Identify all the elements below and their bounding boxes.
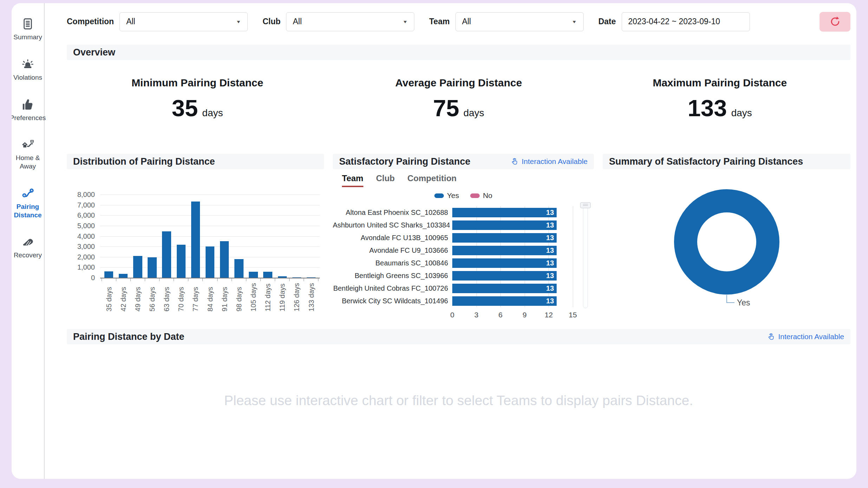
club-select[interactable]: All ▼ [286, 12, 414, 31]
distribution-bar[interactable] [191, 202, 200, 278]
y-tick-label: 6,000 [67, 211, 95, 219]
sidebar-item-label: Recovery [14, 251, 42, 259]
satisfactory-bar[interactable]: 13 [452, 258, 557, 268]
bar-value-label: 13 [546, 272, 554, 280]
bar-value-label: 13 [546, 234, 554, 242]
chevron-down-icon: ▼ [572, 19, 577, 24]
distribution-bar[interactable] [234, 259, 244, 278]
distribution-bar[interactable] [177, 245, 186, 278]
app-window: Summary Violations Preferences Home & Aw… [12, 3, 856, 479]
x-tick-label: 112 days [264, 283, 272, 311]
satisfactory-bar[interactable]: 13 [452, 233, 557, 243]
scrollbar-thumb[interactable] [580, 202, 591, 208]
distribution-bar[interactable] [263, 272, 272, 278]
summary-panel: Summary of Satisfactory Pairing Distance… [603, 154, 850, 316]
legend-swatch-yes [434, 193, 444, 198]
date-range-input[interactable]: 2023-04-22 ~ 2023-09-10 [622, 12, 750, 31]
satisfactory-bar[interactable]: 13 [452, 220, 557, 230]
metric-unit: days [202, 107, 223, 118]
x-tick-label: 15 [569, 311, 577, 319]
y-tick-label: 2,000 [67, 253, 95, 261]
x-tick-label: 126 days [293, 283, 300, 311]
tab-team[interactable]: Team [342, 173, 363, 187]
distribution-bar[interactable] [206, 246, 215, 278]
y-tick-label: 1,000 [67, 263, 95, 271]
gridline [573, 206, 573, 307]
metric-average-pairing-distance: Average Pairing Distance 75days [328, 77, 589, 121]
distribution-title: Distribution of Pairing Distance [73, 156, 215, 167]
filter-bar: Competition All ▼ Club All ▼ Team [67, 3, 850, 40]
chevron-down-icon: ▼ [236, 19, 241, 24]
team-row: Beaumaris SC_10084613 [333, 257, 573, 269]
satisfactory-bar[interactable]: 13 [452, 284, 557, 293]
team-name-label: Avondale FC U13B_100965 [333, 234, 452, 242]
satisfactory-bar[interactable]: 13 [452, 296, 557, 306]
sidebar-item-summary[interactable]: Summary [12, 17, 44, 41]
by-date-title: Pairing Distance by Date [73, 331, 184, 342]
document-icon [21, 17, 34, 31]
interaction-available-link[interactable]: Interaction Available [767, 332, 844, 341]
legend-swatch-no [470, 193, 480, 198]
satisfactory-legend: Yes No [333, 191, 594, 200]
satisfactory-bar[interactable]: 13 [452, 246, 557, 255]
chevron-down-icon: ▼ [402, 19, 408, 24]
legend-item-no[interactable]: No [470, 191, 492, 200]
distribution-bar[interactable] [104, 271, 114, 278]
distribution-bar[interactable] [148, 257, 157, 278]
svg-text:B: B [23, 194, 25, 197]
scrollbar-track[interactable] [583, 204, 588, 308]
tab-competition[interactable]: Competition [407, 173, 456, 187]
legend-item-yes[interactable]: Yes [434, 191, 459, 200]
tab-club[interactable]: Club [376, 173, 395, 187]
sidebar-item-home-away[interactable]: Home & Away [12, 137, 44, 171]
distribution-bar[interactable] [278, 276, 287, 278]
distribution-x-labels: 35 days42 days49 days56 days63 days70 da… [100, 283, 320, 311]
metric-title: Minimum Pairing Distance [67, 77, 328, 89]
metric-value: 75 [433, 95, 459, 121]
y-tick-label: 0 [67, 274, 95, 282]
sidebar-item-pairing-distance[interactable]: BA Pairing Distance [12, 186, 44, 219]
bandaged-foot-icon [21, 235, 35, 249]
sidebar-item-label: Preferences [12, 114, 46, 122]
x-tick-label: 3 [474, 311, 479, 319]
distribution-chart: 01,0002,0003,0004,0005,0006,0007,0008,00… [67, 194, 324, 311]
satisfactory-plot: Altona East Phoenix SC_10268813Ashburton… [333, 206, 573, 307]
x-tick-label: 63 days [163, 283, 170, 311]
by-date-section-header: Pairing Distance by Date Interaction Ava… [67, 329, 850, 344]
x-tick-label: 6 [498, 311, 503, 319]
distribution-axis-ticks [100, 278, 320, 281]
overview-title: Overview [73, 47, 115, 58]
sidebar-item-preferences[interactable]: Preferences [12, 97, 44, 122]
siren-icon [21, 57, 34, 72]
distribution-bar[interactable] [162, 231, 171, 278]
team-select[interactable]: All ▼ [455, 12, 584, 31]
bar-value-label: 13 [546, 259, 554, 267]
sidebar-item-recovery[interactable]: Recovery [12, 235, 44, 259]
distribution-bar[interactable] [249, 272, 258, 278]
team-row: Avondale FC U9_10366613 [333, 244, 573, 257]
bar-value-label: 13 [546, 297, 554, 305]
sidebar-item-label: Home & Away [12, 154, 44, 171]
competition-select[interactable]: All ▼ [119, 12, 248, 31]
interaction-available-label: Interaction Available [522, 157, 588, 166]
refresh-button[interactable] [820, 12, 850, 32]
competition-value: All [126, 17, 135, 26]
distribution-bar[interactable] [307, 277, 316, 278]
interaction-available-link[interactable]: Interaction Available [511, 157, 588, 166]
satisfactory-bar[interactable]: 13 [452, 208, 557, 217]
satisfactory-bar[interactable]: 13 [452, 271, 557, 281]
distribution-bar[interactable] [220, 241, 229, 278]
competition-label: Competition [67, 17, 114, 26]
sidebar-item-label: Violations [13, 73, 42, 82]
sidebar-item-violations[interactable]: Violations [12, 57, 44, 82]
x-tick-label: 105 days [250, 283, 257, 311]
svg-text:A: A [31, 189, 33, 192]
donut-slice-yes[interactable] [686, 201, 768, 283]
team-filter-group: Team All ▼ [429, 12, 583, 31]
donut-slice-label: Yes [737, 298, 750, 307]
distribution-bar[interactable] [119, 274, 128, 278]
x-tick-label: 49 days [134, 283, 142, 311]
distribution-bar[interactable] [292, 277, 302, 278]
distribution-bar[interactable] [133, 256, 142, 278]
charts-row: Distribution of Pairing Distance 01,0002… [67, 154, 850, 321]
